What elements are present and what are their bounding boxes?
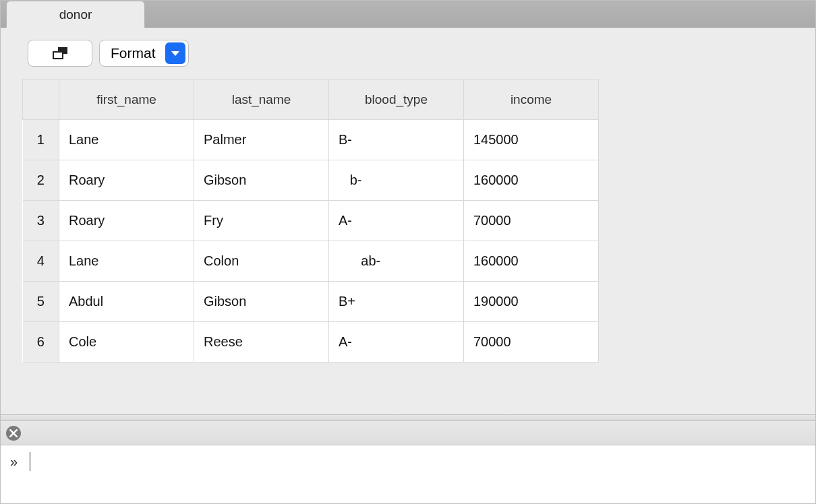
table-row[interactable]: 4 Lane Colon ab- 160000 <box>23 241 599 282</box>
cell-income[interactable]: 70000 <box>464 201 599 241</box>
row-number: 5 <box>23 282 59 322</box>
cell-income[interactable]: 70000 <box>464 322 599 363</box>
data-table: first_name last_name blood_type income 1… <box>22 79 599 363</box>
row-number: 3 <box>23 201 59 241</box>
cell-blood-type[interactable]: ab- <box>329 241 464 282</box>
console-input[interactable] <box>30 452 746 471</box>
tab-label: donor <box>59 7 92 22</box>
row-number: 4 <box>23 241 59 282</box>
corner-cell <box>23 80 59 120</box>
cell-last-name[interactable]: Fry <box>194 201 329 241</box>
cell-last-name[interactable]: Reese <box>194 322 329 363</box>
cell-first-name[interactable]: Roary <box>59 201 194 241</box>
col-header-last-name[interactable]: last_name <box>194 80 329 120</box>
cell-last-name[interactable]: Colon <box>194 241 329 282</box>
cell-first-name[interactable]: Cole <box>59 322 194 363</box>
prompt-icon: » <box>10 452 18 471</box>
tab-donor[interactable]: donor <box>6 1 145 28</box>
cell-first-name[interactable]: Roary <box>59 160 194 201</box>
row-number: 6 <box>23 322 59 363</box>
cell-blood-type[interactable]: A- <box>329 201 464 241</box>
cell-first-name[interactable]: Abdul <box>59 282 194 322</box>
cell-blood-type[interactable]: B- <box>329 120 464 160</box>
popout-button[interactable] <box>28 40 92 67</box>
cell-income[interactable]: 190000 <box>464 282 599 322</box>
table-row[interactable]: 6 Cole Reese A- 70000 <box>23 322 599 363</box>
console: » <box>1 445 815 503</box>
toolbar: Format <box>28 40 815 67</box>
cell-last-name[interactable]: Palmer <box>194 120 329 160</box>
cell-first-name[interactable]: Lane <box>59 241 194 282</box>
splitter[interactable] <box>1 414 815 421</box>
popout-icon <box>53 47 67 59</box>
table-row[interactable]: 2 Roary Gibson b- 160000 <box>23 160 599 201</box>
table-row[interactable]: 5 Abdul Gibson B+ 190000 <box>23 282 599 322</box>
format-dropdown[interactable]: Format <box>99 40 189 67</box>
table-header-row: first_name last_name blood_type income <box>23 80 599 120</box>
cell-income[interactable]: 145000 <box>464 120 599 160</box>
format-label: Format <box>111 45 156 61</box>
col-header-income[interactable]: income <box>464 80 599 120</box>
console-header <box>1 421 815 445</box>
col-header-first-name[interactable]: first_name <box>59 80 194 120</box>
col-header-blood-type[interactable]: blood_type <box>329 80 464 120</box>
cell-last-name[interactable]: Gibson <box>194 282 329 322</box>
app-frame: donor Format first_name last_name bl <box>0 0 816 504</box>
cell-blood-type[interactable]: A- <box>329 322 464 363</box>
cell-blood-type[interactable]: b- <box>329 160 464 201</box>
row-number: 1 <box>23 120 59 160</box>
cell-last-name[interactable]: Gibson <box>194 160 329 201</box>
tab-strip: donor <box>1 1 815 28</box>
cell-first-name[interactable]: Lane <box>59 120 194 160</box>
close-console-button[interactable] <box>6 426 21 441</box>
cell-income[interactable]: 160000 <box>464 160 599 201</box>
table-row[interactable]: 1 Lane Palmer B- 145000 <box>23 120 599 160</box>
cell-blood-type[interactable]: B+ <box>329 282 464 322</box>
row-number: 2 <box>23 160 59 201</box>
chevron-down-icon <box>165 42 185 64</box>
close-icon <box>9 429 18 437</box>
table-row[interactable]: 3 Roary Fry A- 70000 <box>23 201 599 241</box>
data-panel: Format first_name last_name blood_type i… <box>1 28 815 414</box>
cell-income[interactable]: 160000 <box>464 241 599 282</box>
